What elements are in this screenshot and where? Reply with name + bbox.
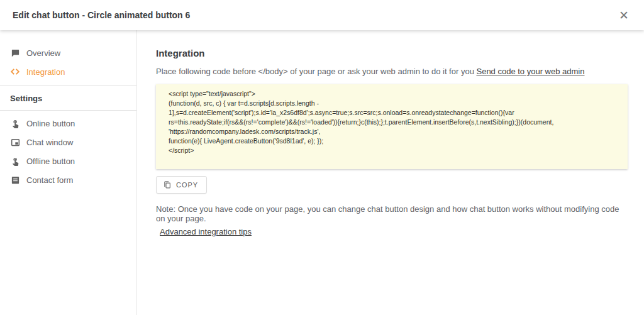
copy-button[interactable]: COPY	[156, 176, 207, 194]
touch-app-icon	[10, 156, 20, 166]
dialog-header: Edit chat button - Circle animated butto…	[0, 0, 644, 30]
sidebar-item-label: Overview	[26, 48, 60, 58]
touch-app-icon	[10, 118, 20, 128]
sidebar-item-label: Online button	[26, 119, 75, 128]
sidebar-item-label: Offline button	[26, 157, 75, 166]
contact-form-icon	[10, 175, 20, 185]
sidebar: Overview Integration Settings Online but…	[0, 30, 137, 315]
close-icon[interactable]: ✕	[616, 8, 631, 23]
copy-icon	[163, 180, 172, 189]
copy-button-label: COPY	[176, 181, 198, 189]
integration-code-box[interactable]: <script type="text/javascript"> (functio…	[156, 84, 628, 169]
advanced-integration-link[interactable]: Advanced integration tips	[160, 227, 252, 236]
dialog-title: Edit chat button - Circle animated butto…	[13, 10, 190, 20]
sidebar-item-label: Integration	[26, 67, 65, 77]
integration-code: <script type="text/javascript"> (functio…	[169, 89, 616, 155]
send-code-link[interactable]: Send code to your web admin	[476, 67, 584, 76]
chat-window-icon	[10, 137, 20, 147]
sidebar-item-overview[interactable]: Overview	[0, 43, 136, 62]
instruction-text: Place following code before </body> of y…	[156, 67, 628, 76]
settings-group: Online button Chat window Offline button	[0, 111, 136, 189]
sidebar-item-integration[interactable]: Integration	[0, 62, 136, 81]
chat-bubble-icon	[10, 48, 20, 58]
sidebar-item-label: Contact form	[26, 175, 73, 185]
sidebar-item-offline-button[interactable]: Offline button	[0, 152, 136, 170]
settings-section-label: Settings	[0, 86, 136, 110]
edit-chat-button-dialog: Edit chat button - Circle animated butto…	[0, 0, 644, 315]
integration-panel: Integration Place following code before …	[137, 30, 644, 315]
note-text: Note: Once you have code on your page, y…	[156, 204, 628, 223]
sidebar-item-online-button[interactable]: Online button	[0, 114, 136, 133]
page-title: Integration	[156, 48, 628, 58]
sidebar-item-label: Chat window	[26, 138, 73, 147]
sidebar-item-contact-form[interactable]: Contact form	[0, 170, 136, 189]
instruction-label: Place following code before </body> of y…	[156, 67, 474, 76]
code-icon	[10, 67, 20, 77]
sidebar-item-chat-window[interactable]: Chat window	[0, 133, 136, 152]
